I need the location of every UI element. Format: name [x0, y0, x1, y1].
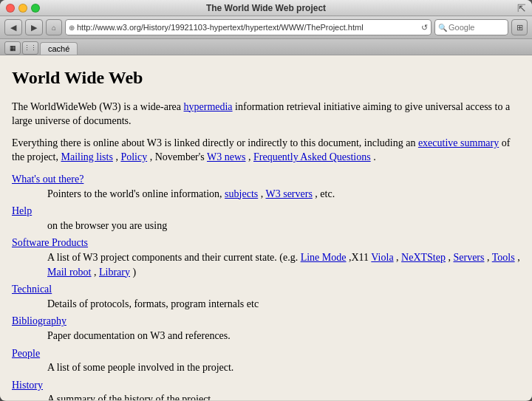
section-software-products: Software Products A list of W3 project c…	[12, 236, 520, 279]
browser-window: The World Wide Web project ⇱ ◀ ▶ ⌂ ⊕ ↺ 🔍…	[0, 0, 532, 401]
search-bar: 🔍	[434, 19, 508, 35]
software-products-desc: A list of W3 project components and thei…	[12, 250, 520, 279]
url-bar: ⊕ ↺	[65, 19, 432, 35]
library-link[interactable]: Library	[99, 267, 130, 278]
w3-servers-link[interactable]: W3 servers	[265, 188, 312, 199]
url-icon: ⊕	[69, 24, 75, 32]
line-mode-link[interactable]: Line Mode	[301, 252, 347, 263]
policy-link[interactable]: Policy	[120, 151, 147, 162]
help-link[interactable]: Help	[12, 205, 32, 216]
search-input[interactable]	[449, 23, 500, 32]
nextstep-link[interactable]: NeXTStep	[401, 252, 446, 263]
section-technical: Technical Details of protocols, formats,…	[12, 282, 520, 311]
titlebar: The World Wide Web project ⇱	[0, 0, 532, 16]
subjects-link[interactable]: subjects	[225, 188, 258, 199]
traffic-lights	[6, 4, 40, 13]
page-title: World Wide Web	[12, 66, 520, 91]
reload-button[interactable]: ↺	[421, 23, 428, 32]
technical-desc: Details of protocols, formats, program i…	[12, 297, 520, 312]
maximize-button[interactable]	[31, 4, 40, 13]
technical-link[interactable]: Technical	[12, 284, 52, 295]
toolbar: ◀ ▶ ⌂ ⊕ ↺ 🔍 ⊞	[0, 16, 532, 39]
paragraph-2: Everything there is online about W3 is l…	[12, 136, 520, 165]
whats-out-there-link[interactable]: What's out there?	[12, 174, 83, 185]
section-history: History A summary of the history of the …	[12, 378, 520, 400]
faq-link[interactable]: Frequently Asked Questions	[253, 151, 371, 162]
forward-button[interactable]: ▶	[25, 19, 43, 35]
hypermedia-link[interactable]: hypermedia	[184, 101, 233, 112]
people-desc: A list of some people involved in the pr…	[12, 360, 520, 375]
tools-link[interactable]: Tools	[492, 252, 515, 263]
software-products-link[interactable]: Software Products	[12, 237, 88, 248]
sidebar-toggle[interactable]: ▦	[4, 41, 21, 55]
viola-link[interactable]: Viola	[371, 252, 393, 263]
tabbar: ▦ ⋮⋮ caché	[0, 39, 532, 55]
mailing-lists-link[interactable]: Mailing lists	[61, 151, 112, 162]
bibliography-desc: Paper documentation on W3 and references…	[12, 329, 520, 343]
paragraph-1: The WorldWideWeb (W3) is a wide-area hyp…	[12, 100, 520, 128]
section-help: Help on the browser you are using	[12, 204, 520, 233]
bibliography-link[interactable]: Bibliography	[12, 315, 66, 326]
executive-summary-link[interactable]: executive summary	[418, 137, 499, 148]
back-button[interactable]: ◀	[4, 19, 22, 35]
window-title: The World Wide Web project	[206, 3, 326, 13]
whats-out-there-desc: Pointers to the world's online informati…	[12, 187, 520, 202]
search-icon: 🔍	[438, 24, 447, 32]
section-bibliography: Bibliography Paper documentation on W3 a…	[12, 314, 520, 343]
section-whats-out-there: What's out there? Pointers to the world'…	[12, 172, 520, 201]
mail-robot-link[interactable]: Mail robot	[47, 267, 92, 278]
section-people: People A list of some people involved in…	[12, 346, 520, 375]
page-content: World Wide Web The WorldWideWeb (W3) is …	[0, 55, 532, 400]
grid-toggle[interactable]: ⋮⋮	[22, 41, 38, 55]
close-button[interactable]	[6, 4, 15, 13]
minimize-button[interactable]	[18, 4, 27, 13]
history-desc: A summary of the history of the project.	[12, 392, 520, 400]
resize-icon[interactable]: ⇱	[517, 2, 526, 14]
tab-label: caché	[48, 44, 69, 53]
history-link[interactable]: History	[12, 380, 43, 391]
w3-news-link[interactable]: W3 news	[207, 151, 246, 162]
servers-link[interactable]: Servers	[453, 252, 484, 263]
people-link[interactable]: People	[12, 348, 40, 359]
help-desc: on the browser you are using	[12, 219, 520, 233]
tab-cache[interactable]: caché	[40, 42, 78, 55]
extensions-button[interactable]: ⊞	[511, 19, 528, 35]
home-icon[interactable]: ⌂	[52, 24, 56, 32]
url-input[interactable]	[77, 23, 419, 32]
